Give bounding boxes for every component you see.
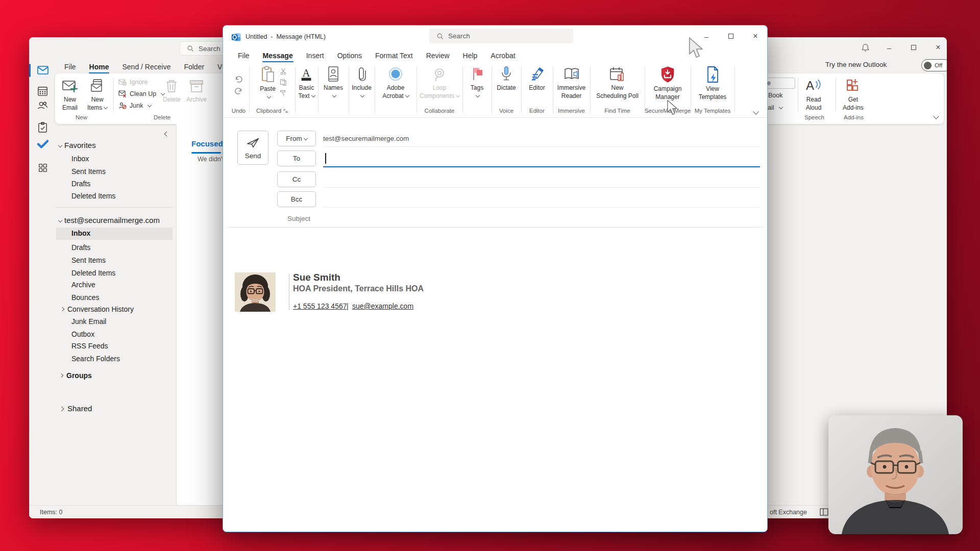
tags-button[interactable]: Tags xyxy=(468,65,487,101)
sidebar-item-fav-inbox[interactable]: Inbox xyxy=(71,155,89,163)
sidebar-item-archive[interactable]: Archive xyxy=(71,281,95,289)
copy-icon[interactable] xyxy=(280,79,287,86)
clipboard-dialog-launcher-icon[interactable] xyxy=(283,109,288,113)
clean-up-button[interactable]: Clean Up xyxy=(118,90,164,97)
expand-groups-icon[interactable] xyxy=(59,373,63,378)
sidebar-item-outbox[interactable]: Outbox xyxy=(71,330,94,338)
mail-nav-icon[interactable] xyxy=(37,64,49,76)
tab-acrobat[interactable]: Acrobat xyxy=(484,48,522,62)
try-new-outlook-toggle[interactable]: Off xyxy=(921,59,947,71)
group-label-new: New xyxy=(76,114,87,120)
close-button[interactable]: × xyxy=(744,29,767,44)
cc-button[interactable]: Cc xyxy=(277,171,316,187)
todo-nav-icon[interactable] xyxy=(37,138,49,150)
tab-options[interactable]: Options xyxy=(331,48,369,62)
immersive-reader-button[interactable]: ImmersiveReader xyxy=(555,65,588,101)
focused-tab[interactable]: Focused xyxy=(191,139,223,148)
message-body[interactable]: Sue Smith HOA President, Terrace Hills H… xyxy=(223,228,767,532)
read-aloud-button[interactable]: A ReadAloud xyxy=(802,77,825,113)
expand-shared-icon[interactable] xyxy=(59,407,64,412)
close-button[interactable]: × xyxy=(927,40,947,55)
editor-button[interactable]: Editor xyxy=(526,65,548,93)
notifications-bell-icon[interactable] xyxy=(854,40,876,55)
names-button[interactable]: Names xyxy=(321,65,346,101)
editor-pencil-icon xyxy=(529,66,545,82)
sidebar-item-deleted[interactable]: Deleted Items xyxy=(71,269,115,277)
get-addins-button[interactable]: GetAdd-ins xyxy=(840,77,866,113)
ignore-button[interactable]: Ignore xyxy=(118,79,148,86)
sidebar-item-fav-deleted[interactable]: Deleted Items xyxy=(71,192,115,200)
people-nav-icon[interactable] xyxy=(37,99,48,111)
tab-insert[interactable]: Insert xyxy=(300,48,331,62)
sidebar-item-bounces[interactable]: Bounces xyxy=(71,293,99,302)
to-field[interactable] xyxy=(323,151,760,166)
compose-ribbon-collapse-chevron[interactable] xyxy=(753,109,758,114)
tab-send-receive[interactable]: Send / Receive xyxy=(115,60,177,73)
tab-folder[interactable]: Folder xyxy=(177,60,211,73)
format-painter-icon[interactable] xyxy=(280,89,287,96)
ribbon-group-immersive: ImmersiveReader Immersive xyxy=(553,63,590,117)
loop-components-button[interactable]: LoopComponents xyxy=(417,65,462,101)
delete-button[interactable]: Delete xyxy=(160,78,183,105)
reading-pane-layout-icon[interactable] xyxy=(820,508,828,516)
tab-message[interactable]: Message xyxy=(256,48,300,62)
maximize-button[interactable] xyxy=(720,29,742,44)
sidebar-item-conversation-history[interactable]: Conversation History xyxy=(67,305,134,313)
send-button[interactable]: Send xyxy=(237,131,268,165)
undo-button[interactable] xyxy=(234,76,243,83)
basic-text-icon: A xyxy=(299,66,314,82)
filter-email-fragment[interactable]: ail xyxy=(768,104,782,111)
main-ribbon-collapse-chevron[interactable] xyxy=(933,113,939,119)
account-header[interactable]: test@securemailmerge.com xyxy=(59,216,160,224)
sidebar-item-sent[interactable]: Sent Items xyxy=(71,256,106,264)
tab-help[interactable]: Help xyxy=(456,48,484,62)
basic-text-button[interactable]: A BasicText xyxy=(296,65,317,101)
sidebar-item-rss[interactable]: RSS Feeds xyxy=(71,342,108,350)
paste-button[interactable]: Paste xyxy=(257,65,278,102)
new-email-button[interactable]: NewEmail xyxy=(59,78,81,113)
cut-icon[interactable] xyxy=(280,68,287,75)
tab-format-text[interactable]: Format Text xyxy=(369,48,420,62)
bcc-field[interactable] xyxy=(323,191,760,207)
view-templates-button[interactable]: ViewTemplates xyxy=(696,65,729,102)
archive-button[interactable]: Archive xyxy=(184,78,209,105)
to-button[interactable]: To xyxy=(277,151,316,166)
sidebar-item-junk[interactable]: Junk Email xyxy=(71,317,106,325)
sidebar-item-fav-drafts[interactable]: Drafts xyxy=(71,180,90,188)
sidebar-item-groups[interactable]: Groups xyxy=(66,371,92,380)
tab-review[interactable]: Review xyxy=(420,48,456,62)
adobe-acrobat-button[interactable]: AdobeAcrobat xyxy=(380,65,411,101)
dictate-button[interactable]: Dictate xyxy=(494,65,518,93)
new-scheduling-poll-button[interactable]: NewScheduling Poll xyxy=(594,65,641,101)
calendar-nav-icon[interactable] xyxy=(37,85,48,97)
favorites-header[interactable]: Favorites xyxy=(59,141,96,149)
sidebar-item-search-folders[interactable]: Search Folders xyxy=(71,355,120,363)
new-items-button[interactable]: NewItems xyxy=(85,78,110,113)
sidebar-item-fav-sent[interactable]: Sent Items xyxy=(71,167,106,176)
compose-search-box[interactable]: Search xyxy=(429,29,573,43)
include-button[interactable]: Include xyxy=(349,65,374,101)
tasks-nav-icon[interactable] xyxy=(37,121,48,133)
signature-email-link[interactable]: sue@example.com xyxy=(352,302,413,310)
signature-phone-link[interactable]: +1 555 123 4567 xyxy=(293,302,347,310)
sidebar-item-drafts[interactable]: Drafts xyxy=(71,243,90,252)
cc-field[interactable] xyxy=(323,171,760,187)
campaign-manager-button[interactable]: CampaignManager xyxy=(651,65,684,102)
redo-button[interactable] xyxy=(234,87,243,95)
sidebar-item-shared[interactable]: Shared xyxy=(67,404,92,413)
from-button[interactable]: From xyxy=(277,131,316,146)
subject-field[interactable] xyxy=(323,212,760,226)
bcc-button[interactable]: Bcc xyxy=(277,191,316,207)
tab-file[interactable]: File xyxy=(58,60,83,73)
tab-file[interactable]: File xyxy=(231,48,256,62)
sidebar-item-inbox[interactable]: Inbox xyxy=(71,229,90,237)
collapse-folder-pane-icon[interactable] xyxy=(164,132,169,137)
minimize-button[interactable]: – xyxy=(878,40,900,55)
more-apps-icon[interactable] xyxy=(37,162,48,173)
expand-conversation-history-icon[interactable] xyxy=(60,307,64,311)
maximize-button[interactable] xyxy=(902,40,925,55)
toggle-knob xyxy=(924,62,932,69)
tab-home[interactable]: Home xyxy=(83,60,116,73)
junk-button[interactable]: Junk xyxy=(118,102,151,109)
address-book-fragment[interactable]: Book xyxy=(768,92,783,99)
